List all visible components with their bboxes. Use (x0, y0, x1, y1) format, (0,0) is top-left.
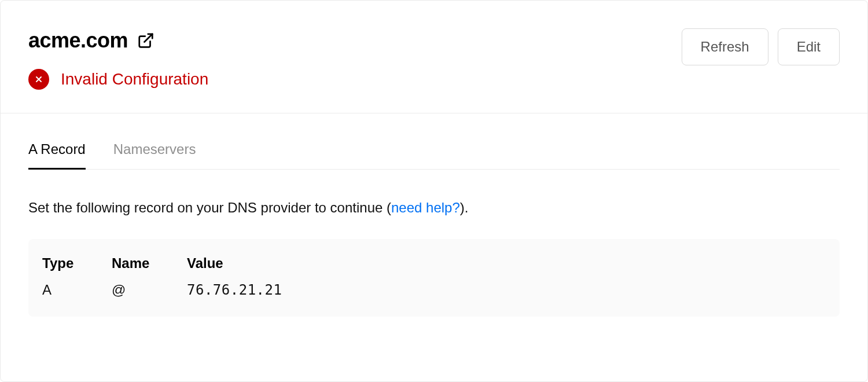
instruction-pre: Set the following record on your DNS pro… (28, 200, 391, 215)
title-row: acme.com (28, 28, 208, 53)
external-link-icon[interactable] (137, 32, 155, 49)
status-row: Invalid Configuration (28, 69, 208, 90)
header-left: acme.com Invalid Configuration (28, 28, 208, 90)
record-name: @ (112, 282, 187, 298)
instruction-post: ). (460, 200, 469, 215)
svg-line-0 (145, 34, 153, 42)
error-icon (28, 69, 49, 90)
col-header-value: Value (187, 255, 826, 271)
tab-a-record[interactable]: A Record (28, 141, 86, 170)
col-header-name: Name (112, 255, 187, 271)
status-text: Invalid Configuration (61, 70, 208, 89)
need-help-link[interactable]: need help? (391, 200, 460, 215)
card-header: acme.com Invalid Configuration (1, 1, 867, 113)
domain-config-card: acme.com Invalid Configuration (0, 0, 868, 382)
instruction-text: Set the following record on your DNS pro… (28, 197, 840, 218)
dns-record-grid: Type Name Value A @ 76.76.21.21 (42, 255, 826, 298)
card-body: A Record Nameservers Set the following r… (1, 113, 867, 344)
col-header-type: Type (42, 255, 112, 271)
record-value: 76.76.21.21 (187, 282, 826, 298)
record-type: A (42, 282, 112, 298)
domain-title: acme.com (28, 28, 128, 53)
dns-record-box: Type Name Value A @ 76.76.21.21 (28, 239, 840, 317)
edit-button[interactable]: Edit (778, 28, 840, 65)
header-actions: Refresh Edit (682, 28, 840, 65)
tabs: A Record Nameservers (28, 113, 840, 170)
refresh-button[interactable]: Refresh (682, 28, 768, 65)
tab-nameservers[interactable]: Nameservers (113, 141, 196, 170)
